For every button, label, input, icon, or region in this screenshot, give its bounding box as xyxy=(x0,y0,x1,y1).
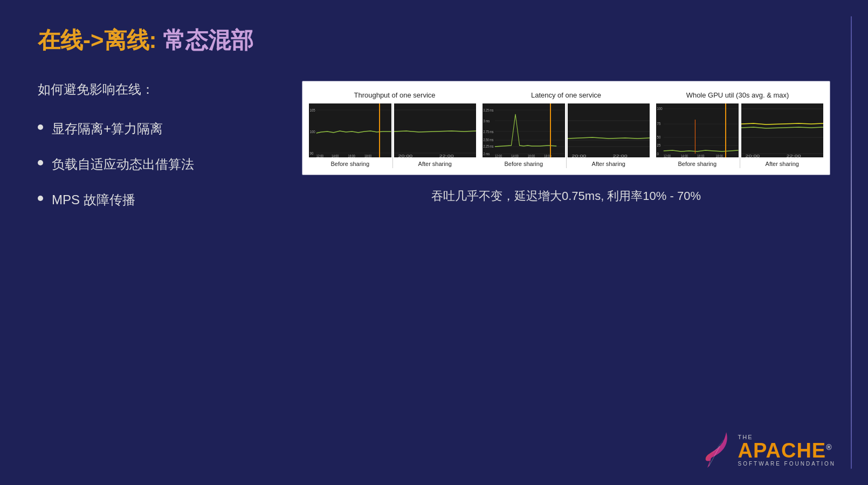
svg-text:16:00: 16:00 xyxy=(697,154,705,158)
chart-divider-2 xyxy=(566,103,567,168)
chart-latency-before: 3.25 ms 3 ms 2.75 ms 2.50 ms 2.25 ms 2 m… xyxy=(483,103,565,168)
svg-text:2.50 ms: 2.50 ms xyxy=(484,138,494,142)
svg-text:14:00: 14:00 xyxy=(511,154,519,158)
chart-graph-latency-before: 3.25 ms 3 ms 2.75 ms 2.50 ms 2.25 ms 2 m… xyxy=(483,103,565,157)
chart-graph-latency-after: 20:00 22:00 xyxy=(568,103,650,157)
svg-text:90: 90 xyxy=(310,151,314,156)
intro-text: 如何避免影响在线： xyxy=(38,81,270,98)
left-panel: 如何避免影响在线： 显存隔离+算力隔离 负载自适应动态出借算法 MPS 故障传播 xyxy=(38,81,270,209)
svg-text:12:00: 12:00 xyxy=(316,154,324,158)
svg-text:20:00: 20:00 xyxy=(398,154,412,157)
right-panel: Throughput of one service Latency of one… xyxy=(302,81,830,204)
svg-text:20:00: 20:00 xyxy=(571,154,586,157)
bullet-text-1: 显存隔离+算力隔离 xyxy=(52,120,163,138)
apache-text-block: THE APACHE® SOFTWARE FOUNDATION xyxy=(738,434,836,467)
apache-logo: THE APACHE® SOFTWARE FOUNDATION xyxy=(705,431,836,469)
svg-text:3.25 ms: 3.25 ms xyxy=(484,108,494,113)
chart-graph-gpu-after: 20:00 22:00 xyxy=(741,103,824,157)
chart-label-throughput: Before sharing xyxy=(309,161,391,167)
slide: 在线->离线: 常态混部 如何避免影响在线： 显存隔离+算力隔离 负载自适应动态… xyxy=(0,0,868,485)
svg-text:0: 0 xyxy=(657,152,659,157)
after-sharing-label-2: After sharing xyxy=(568,161,650,167)
before-sharing-label-1: Before sharing xyxy=(309,161,391,167)
svg-text:2.75 ms: 2.75 ms xyxy=(484,130,494,134)
svg-text:2 ms: 2 ms xyxy=(484,152,490,156)
before-sharing-label-3: Before sharing xyxy=(656,161,739,167)
apache-foundation-label: SOFTWARE FOUNDATION xyxy=(738,461,836,467)
chart-gpu-before: 100 75 50 25 0 xyxy=(656,103,739,168)
slide-title: 在线->离线: 常态混部 xyxy=(38,27,830,54)
after-sharing-label-3: After sharing xyxy=(741,161,824,167)
svg-text:14:00: 14:00 xyxy=(332,154,339,158)
chart-group-spacer-2 xyxy=(650,103,656,168)
content-area: 如何避免影响在线： 显存隔离+算力隔离 负载自适应动态出借算法 MPS 故障传播 xyxy=(38,81,830,209)
chart-titles-row: Throughput of one service Latency of one… xyxy=(309,91,823,99)
chart-latency-after: 20:00 22:00 After sharing xyxy=(568,103,650,168)
svg-rect-11 xyxy=(394,103,477,157)
charts-row: 105 100 90 12:00 xyxy=(309,103,823,168)
svg-text:16:00: 16:00 xyxy=(528,154,535,158)
apache-feather-icon xyxy=(705,431,732,469)
svg-text:22:00: 22:00 xyxy=(612,154,627,157)
svg-text:12:00: 12:00 xyxy=(495,154,502,158)
chart-graph-throughput-before: 105 100 90 12:00 xyxy=(309,103,391,157)
bullet-text-2: 负载自适应动态出借算法 xyxy=(52,155,194,174)
svg-text:18:00: 18:00 xyxy=(364,154,372,158)
svg-text:75: 75 xyxy=(657,122,661,127)
chart-label-throughput-after: After sharing xyxy=(394,161,477,167)
bullet-dot-3 xyxy=(38,196,43,201)
bullet-item-3: MPS 故障传播 xyxy=(38,191,270,209)
svg-text:12:00: 12:00 xyxy=(664,154,671,158)
bullet-text-3: MPS 故障传播 xyxy=(52,191,135,209)
before-sharing-label-2: Before sharing xyxy=(483,161,565,167)
summary-text: 吞吐几乎不变，延迟增大0.75ms, 利用率10% - 70% xyxy=(302,188,830,204)
chart-label-gpu-after: After sharing xyxy=(741,161,824,167)
chart-group-spacer-1 xyxy=(476,103,483,168)
chart-title-2: Latency of one service xyxy=(480,91,652,99)
chart-throughput-before: 105 100 90 12:00 xyxy=(309,103,391,168)
svg-text:105: 105 xyxy=(310,108,315,113)
svg-text:20:00: 20:00 xyxy=(745,154,760,157)
chart-title-3: Whole GPU util (30s avg. & max) xyxy=(652,91,823,99)
chart-title-1: Throughput of one service xyxy=(309,91,480,99)
svg-text:50: 50 xyxy=(657,135,661,140)
bullet-dot-2 xyxy=(38,160,43,165)
chart-graph-throughput-after: 20:00 22:00 xyxy=(394,103,477,157)
chart-throughput-after: 20:00 22:00 After sharing xyxy=(394,103,477,168)
after-sharing-label-1: After sharing xyxy=(394,161,477,167)
svg-text:25: 25 xyxy=(657,143,661,148)
svg-rect-17 xyxy=(483,103,565,157)
chart-label-latency: Before sharing xyxy=(483,161,565,167)
chart-container: Throughput of one service Latency of one… xyxy=(302,81,830,175)
chart-gpu-after: 20:00 22:00 After sharing xyxy=(741,103,824,168)
chart-label-gpu: Before sharing xyxy=(656,161,739,167)
svg-text:100: 100 xyxy=(657,107,663,112)
right-border xyxy=(851,16,852,469)
chart-label-latency-after: After sharing xyxy=(568,161,650,167)
svg-text:3 ms: 3 ms xyxy=(484,119,490,123)
svg-text:22:00: 22:00 xyxy=(786,154,801,157)
apache-name-label: APACHE® xyxy=(738,440,832,461)
svg-text:2.25 ms: 2.25 ms xyxy=(484,144,494,149)
svg-text:16:00: 16:00 xyxy=(348,154,355,158)
chart-divider-1 xyxy=(392,103,393,168)
svg-rect-57 xyxy=(741,103,824,157)
svg-text:22:00: 22:00 xyxy=(439,154,453,157)
svg-text:14:00: 14:00 xyxy=(681,154,688,158)
svg-rect-34 xyxy=(568,103,650,157)
bullet-dot-1 xyxy=(38,124,43,130)
bullet-list: 显存隔离+算力隔离 负载自适应动态出借算法 MPS 故障传播 xyxy=(38,120,270,209)
svg-text:18:00: 18:00 xyxy=(716,154,724,158)
chart-graph-gpu-before: 100 75 50 25 0 xyxy=(656,103,739,157)
svg-text:100: 100 xyxy=(310,130,315,135)
chart-divider-3 xyxy=(740,103,740,168)
bullet-item-1: 显存隔离+算力隔离 xyxy=(38,120,270,138)
bullet-item-2: 负载自适应动态出借算法 xyxy=(38,155,270,174)
